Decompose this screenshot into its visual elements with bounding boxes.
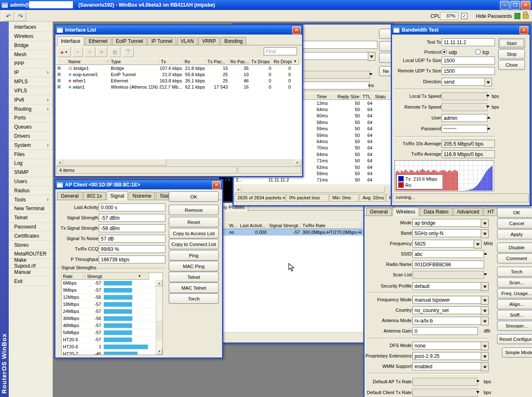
column-header[interactable]: Tx/Rx Rate (301, 222, 362, 229)
table-row[interactable]: 2...11.11.11.271ms5064 (235, 177, 392, 183)
disable-button[interactable]: ✕ (96, 47, 107, 57)
torch-button[interactable]: Torch (497, 267, 532, 277)
tab-general[interactable]: General (57, 192, 82, 200)
remote-udp-tx-size-field[interactable]: 1500 (442, 67, 495, 75)
sidebar-item-snmp[interactable]: SNMP (9, 168, 52, 177)
table-row[interactable]: 24Mbps-57 (62, 308, 162, 315)
tab-general[interactable]: General (366, 208, 392, 216)
table-row[interactable]: HT20-7-46 (62, 350, 162, 355)
sidebar-item-log[interactable]: Log (9, 159, 52, 168)
table-row[interactable]: 9Mbps-57 (62, 287, 162, 294)
copy-to-access-list-button[interactable]: Copy to Access List (169, 228, 219, 238)
tab-advanced[interactable]: Advanced (453, 208, 483, 216)
column-header-rx[interactable]: Rx (183, 58, 206, 65)
tab-vrrp[interactable]: VRRP (198, 37, 220, 45)
tab-8021x[interactable]: 802.1x (83, 192, 106, 200)
table-row[interactable]: R ◈wlan1 Wireless (Atheros 11N) 212.7 Mb… (56, 84, 301, 90)
table-row[interactable]: 18Mbps-57 (62, 301, 162, 308)
scroll-down-icon[interactable]: ▼ (156, 348, 162, 355)
mode-field[interactable]: ap bridge (412, 219, 484, 227)
radio-name-field[interactable]: 001D0FBB8C66 (412, 261, 484, 268)
tab-data-rates[interactable]: Data Rates (420, 208, 452, 216)
scroll-left-icon[interactable]: ◄ (235, 186, 242, 193)
tab-interface[interactable]: Interface (57, 36, 84, 45)
expand-arrow-icon[interactable] (369, 73, 372, 75)
local-udp-tx-size-field[interactable]: 1500 (442, 57, 495, 65)
sidebar-item-mesh[interactable]: Mesh (9, 50, 52, 59)
mode-dropdown-button[interactable] (481, 219, 489, 228)
remove-button[interactable]: Remove (169, 205, 219, 215)
dfs-mode-dropdown-button[interactable] (481, 342, 489, 350)
password-field[interactable]: ******* (442, 125, 487, 133)
interface-list-titlebar[interactable]: Interface List ✕ (55, 25, 302, 35)
simple-mode-button[interactable]: Simple Mode (502, 347, 532, 357)
proprietary-extensions-dropdown-button[interactable] (481, 352, 489, 361)
snooper-button[interactable]: Snooper... (497, 321, 532, 331)
column-header-name[interactable]: Name∕ (67, 58, 110, 65)
sidebar-item-password[interactable]: Password (9, 223, 52, 232)
tab-signal[interactable]: Signal (107, 191, 128, 200)
antenna-mode-field[interactable]: rx-a/tx-b (412, 317, 484, 325)
ap-client-titlebar[interactable]: AP Client <00:1D:0F:BB:8C:1E> ✕ (55, 180, 222, 189)
filter-button[interactable] (123, 47, 134, 57)
add-button[interactable]: + (57, 47, 71, 57)
column-header[interactable]: TTL (361, 93, 374, 100)
antenna-gain-field[interactable]: 0 (412, 327, 478, 335)
column-header[interactable]: W... (228, 222, 239, 229)
frequency-dropdown-button[interactable] (474, 240, 482, 248)
table-row[interactable]: 36Mbps-56 (62, 315, 162, 322)
start-button[interactable]: Start (498, 38, 525, 48)
dropdown-button[interactable] (368, 52, 375, 61)
default-ap-tx-rate-field[interactable] (412, 378, 478, 386)
column-header[interactable]: Last Activit... (239, 222, 268, 229)
column-header-tx[interactable]: Tx (160, 58, 183, 65)
close-test-button[interactable]: Close (498, 60, 525, 70)
sidebar-item-make-supout[interactable]: Make Supout.rif (9, 259, 52, 268)
disable-button[interactable]: Disable (497, 243, 532, 253)
mac-ping-button[interactable]: MAC Ping (169, 261, 219, 271)
local-tx-speed-field[interactable] (442, 92, 487, 100)
column-header[interactable] (56, 58, 67, 65)
undo-button[interactable]: ↶ (2, 11, 14, 21)
band-field[interactable]: 5GHz-only-N (412, 229, 484, 237)
column-header[interactable]: Statu (374, 93, 391, 100)
sidebar-item-users[interactable]: Users (9, 177, 52, 186)
sidebar-item-telnet[interactable]: Telnet (9, 213, 52, 223)
scrollbar-thumb[interactable] (63, 159, 166, 166)
sidebar-item-stores[interactable]: Stores (9, 241, 52, 250)
reset-configuration-button[interactable]: Reset Configura (497, 334, 532, 344)
sidebar-item-new-terminal[interactable]: New Terminal (9, 204, 52, 213)
vertical-scrollbar[interactable]: ▲ ▼ (156, 280, 162, 355)
reset-button[interactable]: Reset (169, 217, 219, 227)
default-client-tx-rate-field[interactable] (412, 389, 478, 397)
comment-button[interactable]: Comment (497, 253, 532, 263)
tab-ip-tunnel[interactable]: IP Tunnel (147, 37, 176, 45)
sidebar-item-bridge[interactable]: Bridge (9, 41, 52, 50)
sidebar-item-exit[interactable]: Exit (9, 277, 52, 286)
column-header-rx-drops[interactable]: Rx Drops (272, 58, 292, 65)
ok-button[interactable]: OK (169, 191, 219, 202)
sidebar-item-queues[interactable]: Queues (9, 123, 52, 132)
country-field[interactable]: no_country_set (412, 306, 484, 314)
table-row[interactable]: HT20-61 (62, 343, 162, 350)
sidebar-item-tools[interactable]: Tools (9, 195, 52, 204)
table-row[interactable]: R ▤bridge1 Bridge 107.6 kbps 21.8 kbps 1… (56, 65, 301, 71)
tab-nstreme[interactable]: Nstreme (129, 192, 155, 200)
sidebar-item-drivers[interactable]: Drivers (9, 132, 52, 141)
scroll-left-icon[interactable]: ◄ (56, 159, 63, 166)
stop-button[interactable]: Stop (498, 49, 525, 59)
tcp-radio[interactable] (475, 49, 481, 55)
horizontal-scrollbar[interactable]: ◄ ► (56, 159, 301, 166)
sidebar-item-vpls[interactable]: VPLS (9, 87, 52, 96)
remove-button[interactable]: − (72, 47, 83, 57)
dfs-mode-field[interactable]: none (412, 342, 484, 350)
copy-to-connect-list-button[interactable]: Copy to Connect List (169, 239, 219, 249)
sidebar-item-ip[interactable]: IP (9, 68, 52, 77)
sidebar-item-ports[interactable]: Ports (9, 114, 52, 123)
restore-button[interactable]: ❐ (510, 1, 520, 10)
scan-button[interactable]: Scan... (497, 278, 532, 288)
table-row[interactable]: 54Mbps-57 (62, 329, 162, 336)
ssid-field[interactable]: abc (412, 250, 484, 258)
torch-button[interactable]: Torch (169, 293, 219, 304)
close-button[interactable]: ✕ (212, 181, 221, 189)
